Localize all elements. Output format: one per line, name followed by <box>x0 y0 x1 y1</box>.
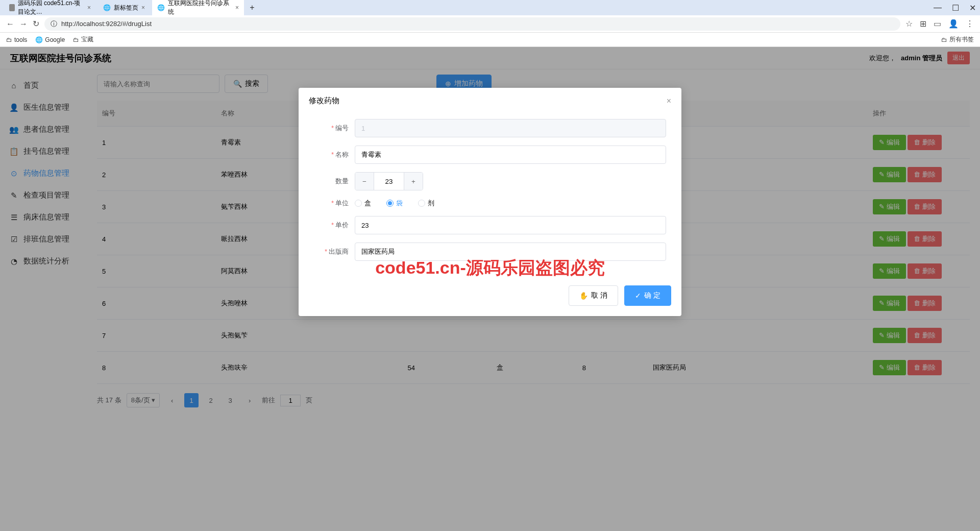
quantity-stepper[interactable]: − + <box>355 172 423 190</box>
maximize-icon[interactable]: ☐ <box>952 3 959 13</box>
tab-2[interactable]: 🌐互联网医院挂号问诊系统× <box>152 0 244 18</box>
close-icon[interactable]: × <box>87 4 91 11</box>
close-icon[interactable]: × <box>235 4 239 11</box>
new-tab-button[interactable]: + <box>246 2 258 14</box>
unit-box[interactable]: 盒 <box>355 199 371 208</box>
reload-icon[interactable]: ↻ <box>33 19 39 29</box>
forward-icon[interactable]: → <box>19 19 28 29</box>
all-bookmarks[interactable]: 🗀 所有书签 <box>941 35 974 44</box>
decrease-button[interactable]: − <box>355 173 374 190</box>
check-icon: ✓ <box>635 292 641 300</box>
price-field[interactable] <box>355 216 666 234</box>
modal-overlay[interactable]: 修改药物 × *编号 *名称 数量 − + <box>0 47 980 531</box>
address-bar: ← → ↻ ⓘhttp://localhost:9282/#/drugList … <box>0 15 980 33</box>
close-icon[interactable]: × <box>141 4 145 11</box>
unit-bag[interactable]: 袋 <box>386 199 403 208</box>
extension-icon[interactable]: ⊞ <box>920 19 926 29</box>
hand-icon: ✋ <box>579 292 588 300</box>
menu-icon[interactable]: ⋮ <box>966 19 974 29</box>
publisher-field[interactable] <box>355 243 666 261</box>
close-icon[interactable]: × <box>667 96 671 106</box>
tab-1[interactable]: 🌐新标签页× <box>98 2 150 14</box>
tab-0[interactable]: 源码乐园 code51.cn-项目论文…× <box>4 0 96 18</box>
bookmark-baozang[interactable]: 🗀 宝藏 <box>73 35 93 44</box>
edit-drug-modal: 修改药物 × *编号 *名称 数量 − + <box>299 88 681 316</box>
close-window-icon[interactable]: ✕ <box>969 3 976 13</box>
panel-icon[interactable]: ▭ <box>934 19 941 29</box>
increase-button[interactable]: + <box>404 173 423 190</box>
bookmark-google[interactable]: 🌐 Google <box>35 36 65 43</box>
profile-icon[interactable]: 👤 <box>948 19 959 29</box>
minimize-icon[interactable]: — <box>934 3 942 13</box>
unit-dose[interactable]: 剂 <box>418 199 434 208</box>
id-field <box>355 119 666 137</box>
confirm-button[interactable]: ✓确 定 <box>624 285 671 306</box>
back-icon[interactable]: ← <box>6 19 14 29</box>
star-icon[interactable]: ☆ <box>905 19 913 29</box>
unit-radio-group: 盒 袋 剂 <box>355 199 434 208</box>
bookmark-tools[interactable]: 🗀 tools <box>6 36 27 43</box>
qty-field[interactable] <box>374 173 404 190</box>
bookmark-bar: 🗀 tools 🌐 Google 🗀 宝藏 🗀 所有书签 <box>0 33 980 47</box>
modal-title: 修改药物 <box>309 96 339 106</box>
browser-tabs: 源码乐园 code51.cn-项目论文…× 🌐新标签页× 🌐互联网医院挂号问诊系… <box>0 0 980 15</box>
name-field[interactable] <box>355 146 666 164</box>
cancel-button[interactable]: ✋取 消 <box>569 285 618 306</box>
url-input[interactable]: ⓘhttp://localhost:9282/#/drugList <box>44 17 900 31</box>
